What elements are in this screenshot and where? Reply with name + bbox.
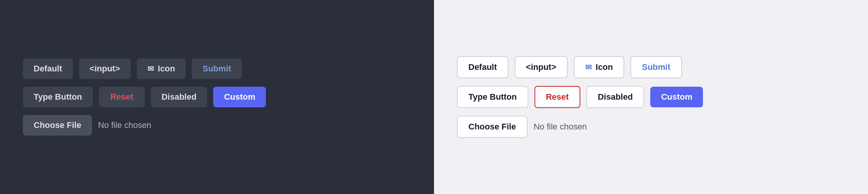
light-custom-button[interactable]: Custom — [650, 87, 703, 107]
light-file-row: Choose File No file chosen — [457, 116, 845, 138]
dark-type-button[interactable]: Type Button — [23, 87, 93, 107]
light-icon-button[interactable]: ✉ Icon — [574, 56, 624, 78]
dark-icon-button[interactable]: ✉ Icon — [137, 58, 186, 79]
light-reset-button[interactable]: Reset — [534, 86, 580, 108]
dark-panel: Default <input> ✉ Icon Submit Type Butto… — [0, 0, 434, 194]
dark-choose-file-button[interactable]: Choose File — [23, 115, 92, 136]
light-disabled-button[interactable]: Disabled — [586, 86, 645, 108]
dark-reset-button[interactable]: Reset — [99, 87, 145, 107]
light-panel: Default <input> ✉ Icon Submit Type Butto… — [434, 0, 868, 194]
dark-disabled-button[interactable]: Disabled — [151, 87, 207, 107]
mail-icon: ✉ — [147, 64, 154, 73]
light-file-text: No file chosen — [534, 122, 587, 132]
dark-submit-button[interactable]: Submit — [192, 58, 242, 79]
light-default-button[interactable]: Default — [457, 56, 508, 78]
light-submit-button[interactable]: Submit — [630, 56, 682, 78]
light-choose-file-button[interactable]: Choose File — [457, 116, 528, 138]
light-type-button[interactable]: Type Button — [457, 86, 528, 108]
light-row-1: Default <input> ✉ Icon Submit — [457, 56, 845, 78]
dark-custom-button[interactable]: Custom — [213, 87, 266, 107]
mail-icon: ✉ — [585, 63, 592, 72]
light-row-2: Type Button Reset Disabled Custom — [457, 86, 845, 108]
dark-file-row: Choose File No file chosen — [23, 115, 411, 136]
light-input-button[interactable]: <input> — [515, 56, 568, 78]
dark-row-1: Default <input> ✉ Icon Submit — [23, 58, 411, 79]
dark-file-text: No file chosen — [98, 120, 151, 130]
dark-row-2: Type Button Reset Disabled Custom — [23, 87, 411, 107]
dark-input-button[interactable]: <input> — [79, 58, 131, 79]
dark-default-button[interactable]: Default — [23, 58, 73, 79]
